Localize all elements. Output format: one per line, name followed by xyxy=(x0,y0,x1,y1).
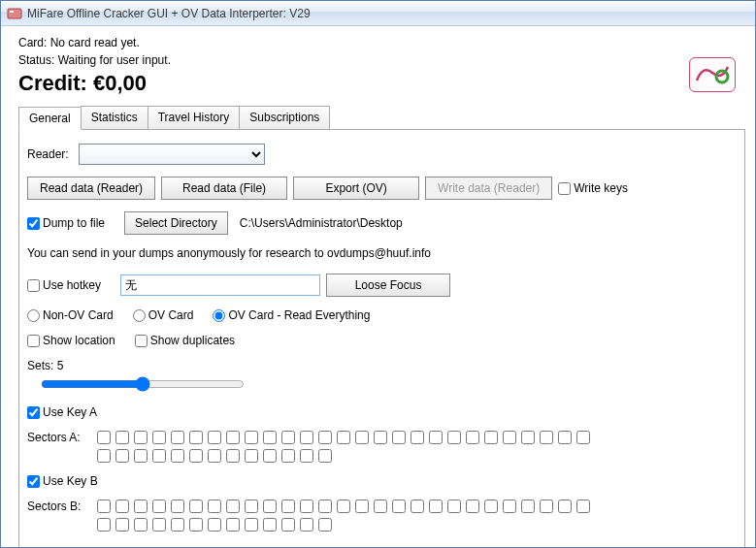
sector-checkbox[interactable] xyxy=(447,500,461,513)
sector-checkbox[interactable] xyxy=(355,500,369,513)
sector-checkbox[interactable] xyxy=(263,518,277,532)
sector-checkbox[interactable] xyxy=(97,500,111,513)
sector-checkbox[interactable] xyxy=(189,500,203,513)
sector-checkbox[interactable] xyxy=(97,449,111,463)
reader-combo[interactable] xyxy=(79,144,265,165)
non-ov-radio[interactable] xyxy=(27,309,40,322)
sector-checkbox[interactable] xyxy=(318,431,332,444)
loose-focus-button[interactable]: Loose Focus xyxy=(326,274,450,297)
sector-checkbox[interactable] xyxy=(374,431,387,444)
sector-checkbox[interactable] xyxy=(115,431,129,444)
sector-checkbox[interactable] xyxy=(281,431,295,444)
sector-checkbox[interactable] xyxy=(411,500,424,513)
sector-checkbox[interactable] xyxy=(300,449,313,463)
use-hotkey-checkbox[interactable] xyxy=(27,279,40,292)
sector-checkbox[interactable] xyxy=(226,500,240,513)
sector-checkbox[interactable] xyxy=(208,518,221,532)
use-key-b-checkbox-label[interactable]: Use Key B xyxy=(27,474,98,488)
sector-checkbox[interactable] xyxy=(392,500,406,513)
sector-checkbox[interactable] xyxy=(466,500,479,513)
sector-checkbox[interactable] xyxy=(263,449,277,463)
use-key-a-checkbox[interactable] xyxy=(27,406,40,419)
tab-general[interactable]: General xyxy=(18,107,82,130)
select-directory-button[interactable]: Select Directory xyxy=(124,211,228,235)
sector-checkbox[interactable] xyxy=(503,431,516,444)
sector-checkbox[interactable] xyxy=(208,431,221,444)
sector-checkbox[interactable] xyxy=(263,500,277,513)
sector-checkbox[interactable] xyxy=(152,431,166,444)
sector-checkbox[interactable] xyxy=(318,500,332,513)
sector-checkbox[interactable] xyxy=(281,500,295,513)
sector-checkbox[interactable] xyxy=(318,449,332,463)
sector-checkbox[interactable] xyxy=(466,431,479,444)
export-ov-button[interactable]: Export (OV) xyxy=(293,177,419,200)
sector-checkbox[interactable] xyxy=(300,518,313,532)
use-key-b-checkbox[interactable] xyxy=(27,475,40,488)
sector-checkbox[interactable] xyxy=(521,500,535,513)
sector-checkbox[interactable] xyxy=(263,431,277,444)
sector-checkbox[interactable] xyxy=(245,431,258,444)
sector-checkbox[interactable] xyxy=(115,449,129,463)
sector-checkbox[interactable] xyxy=(171,500,184,513)
sector-checkbox[interactable] xyxy=(171,449,184,463)
sector-checkbox[interactable] xyxy=(97,431,111,444)
sector-checkbox[interactable] xyxy=(576,431,590,444)
ov-all-radio[interactable] xyxy=(213,309,225,322)
sector-checkbox[interactable] xyxy=(300,431,313,444)
sector-checkbox[interactable] xyxy=(540,431,553,444)
sector-checkbox[interactable] xyxy=(558,431,572,444)
sector-checkbox[interactable] xyxy=(429,431,443,444)
sector-checkbox[interactable] xyxy=(245,518,258,532)
sector-checkbox[interactable] xyxy=(152,500,166,513)
sector-checkbox[interactable] xyxy=(134,431,148,444)
sector-checkbox[interactable] xyxy=(281,518,295,532)
sector-checkbox[interactable] xyxy=(576,500,590,513)
tab-travel-history[interactable]: Travel History xyxy=(148,106,241,129)
sector-checkbox[interactable] xyxy=(97,518,111,532)
sector-checkbox[interactable] xyxy=(134,449,148,463)
sector-checkbox[interactable] xyxy=(152,449,166,463)
ov-radio-label[interactable]: OV Card xyxy=(133,308,194,322)
sector-checkbox[interactable] xyxy=(540,500,553,513)
read-data-reader-button[interactable]: Read data (Reader) xyxy=(27,177,155,200)
sets-slider[interactable] xyxy=(41,376,245,392)
use-key-a-checkbox-label[interactable]: Use Key A xyxy=(27,405,97,419)
sector-checkbox[interactable] xyxy=(300,500,313,513)
sector-checkbox[interactable] xyxy=(392,431,406,444)
sector-checkbox[interactable] xyxy=(171,431,184,444)
sector-checkbox[interactable] xyxy=(521,431,535,444)
sector-checkbox[interactable] xyxy=(226,518,240,532)
sector-checkbox[interactable] xyxy=(484,431,498,444)
sector-checkbox[interactable] xyxy=(374,500,387,513)
sector-checkbox[interactable] xyxy=(245,449,258,463)
sector-checkbox[interactable] xyxy=(558,500,572,513)
use-hotkey-checkbox-label[interactable]: Use hotkey xyxy=(27,278,101,292)
sector-checkbox[interactable] xyxy=(245,500,258,513)
dump-to-file-checkbox-label[interactable]: Dump to file xyxy=(27,216,105,230)
sector-checkbox[interactable] xyxy=(484,500,498,513)
sector-checkbox[interactable] xyxy=(208,449,221,463)
sector-checkbox[interactable] xyxy=(281,449,295,463)
sector-checkbox[interactable] xyxy=(208,500,221,513)
show-location-checkbox-label[interactable]: Show location xyxy=(27,334,115,347)
sector-checkbox[interactable] xyxy=(189,518,203,532)
sector-checkbox[interactable] xyxy=(189,449,203,463)
read-data-file-button[interactable]: Read data (File) xyxy=(161,177,287,200)
sector-checkbox[interactable] xyxy=(152,518,166,532)
show-location-checkbox[interactable] xyxy=(27,335,40,347)
sector-checkbox[interactable] xyxy=(226,431,240,444)
sector-checkbox[interactable] xyxy=(134,500,148,513)
sector-checkbox[interactable] xyxy=(429,500,443,513)
sector-checkbox[interactable] xyxy=(447,431,461,444)
tab-subscriptions[interactable]: Subscriptions xyxy=(239,106,330,129)
sector-checkbox[interactable] xyxy=(171,518,184,532)
sector-checkbox[interactable] xyxy=(115,500,129,513)
sector-checkbox[interactable] xyxy=(226,449,240,463)
write-keys-checkbox[interactable] xyxy=(558,182,571,195)
sector-checkbox[interactable] xyxy=(189,431,203,444)
sector-checkbox[interactable] xyxy=(318,518,332,532)
sector-checkbox[interactable] xyxy=(503,500,516,513)
hotkey-input[interactable] xyxy=(120,274,320,296)
ov-radio[interactable] xyxy=(133,309,146,322)
non-ov-radio-label[interactable]: Non-OV Card xyxy=(27,308,114,322)
